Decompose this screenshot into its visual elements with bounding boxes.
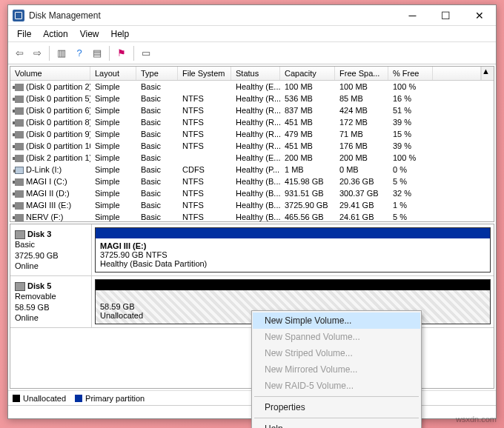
volume-icon: [15, 214, 24, 221]
table-row[interactable]: (Disk 0 partition 10)SimpleBasicNTFSHeal…: [10, 140, 494, 152]
table-row[interactable]: MAGI II (D:)SimpleBasicNTFSHealthy (B...…: [10, 187, 494, 199]
maximize-button[interactable]: ☐: [429, 5, 462, 26]
close-button[interactable]: ✕: [462, 5, 496, 26]
volume-icon: [15, 84, 24, 91]
menu-help[interactable]: Help: [105, 27, 136, 41]
volume-icon: [15, 190, 24, 198]
forward-button[interactable]: ⇨: [29, 45, 45, 61]
table-row[interactable]: (Disk 0 partition 5)SimpleBasicNTFSHealt…: [10, 93, 494, 104]
show-hide-tree-button[interactable]: ▥: [53, 45, 70, 61]
table-row[interactable]: NERV (F:)SimpleBasicNTFSHealthy (B...465…: [10, 211, 494, 221]
menu-view[interactable]: View: [74, 27, 105, 41]
ctx-new-mirrored-volume: New Mirrored Volume...: [253, 361, 420, 378]
ctx-new-simple-volume[interactable]: New Simple Volume...: [253, 312, 420, 329]
col-status[interactable]: Status: [231, 67, 280, 80]
minimize-button[interactable]: ─: [396, 5, 429, 26]
ctx-properties[interactable]: Properties: [253, 399, 420, 415]
column-headers: Volume Layout Type File System Status Ca…: [10, 67, 494, 81]
col-freespace[interactable]: Free Spa...: [335, 67, 388, 80]
col-volume[interactable]: Volume: [10, 67, 90, 80]
ctx-new-striped-volume: New Striped Volume...: [253, 345, 420, 361]
menu-action[interactable]: Action: [37, 27, 73, 41]
help-button[interactable]: ?: [71, 45, 87, 61]
watermark: wsxdn.com: [456, 415, 497, 424]
toolbar: ⇦ ⇨ ▥ ? ▤ ⚑ ▭: [8, 42, 496, 64]
ctx-new-raid5-volume: New RAID-5 Volume...: [253, 378, 420, 394]
col-layout[interactable]: Layout: [90, 67, 136, 80]
list-view-button[interactable]: ▭: [138, 45, 154, 61]
refresh-button[interactable]: ⚑: [113, 45, 130, 61]
volume-icon: [15, 119, 24, 127]
volume-rows[interactable]: (Disk 0 partition 2)SimpleBasicHealthy (…: [10, 81, 494, 221]
disk5-info[interactable]: Disk 5 Removable 58.59 GB Online: [10, 276, 92, 327]
primary-stripe: [96, 228, 490, 238]
legend-unalloc-swatch: [13, 395, 20, 402]
menu-file[interactable]: File: [11, 27, 37, 41]
volume-icon: [15, 96, 24, 103]
titlebar[interactable]: Disk Management ─ ☐ ✕: [8, 5, 496, 26]
unalloc-stripe: [96, 280, 490, 290]
col-pctfree[interactable]: % Free: [388, 67, 433, 80]
table-row[interactable]: (Disk 0 partition 6)SimpleBasicNTFSHealt…: [10, 104, 494, 116]
ctx-help[interactable]: Help: [253, 421, 420, 428]
table-row[interactable]: D-Link (I:)SimpleBasicCDFSHealthy (P...1…: [10, 164, 494, 175]
removable-icon: [15, 282, 25, 291]
volume-icon: [15, 131, 24, 138]
disk3-info[interactable]: Disk 3 Basic 3725.90 GB Online: [10, 224, 92, 275]
table-row[interactable]: MAGI I (C:)SimpleBasicNTFSHealthy (B...4…: [10, 175, 494, 187]
volume-icon: [15, 107, 24, 115]
table-row[interactable]: (Disk 0 partition 8)SimpleBasicNTFSHealt…: [10, 116, 494, 128]
volume-icon: [15, 202, 24, 210]
volume-icon: [15, 178, 24, 186]
menubar: File Action View Help: [8, 26, 496, 42]
volume-icon: [15, 167, 24, 174]
col-capacity[interactable]: Capacity: [280, 67, 335, 80]
table-row[interactable]: MAGI III (E:)SimpleBasicNTFSHealthy (B..…: [10, 199, 494, 211]
settings-button[interactable]: ▤: [89, 45, 105, 61]
disk-row-disk3: Disk 3 Basic 3725.90 GB Online MAGI III …: [10, 224, 494, 276]
volume-list: Volume Layout Type File System Status Ca…: [10, 66, 494, 222]
legend-primary-swatch: [75, 395, 82, 402]
col-type[interactable]: Type: [136, 67, 178, 80]
ctx-new-spanned-volume: New Spanned Volume...: [253, 329, 420, 345]
disk3-partition[interactable]: MAGI III (E:) 3725.90 GB NTFS Healthy (B…: [95, 227, 491, 272]
hdd-icon: [15, 230, 25, 239]
window-title: Disk Management: [29, 10, 396, 21]
app-icon: [13, 10, 24, 21]
volume-icon: [15, 155, 24, 162]
back-button[interactable]: ⇦: [11, 45, 27, 61]
volume-icon: [15, 143, 24, 150]
table-row[interactable]: (Disk 0 partition 2)SimpleBasicHealthy (…: [10, 81, 494, 93]
col-filesystem[interactable]: File System: [178, 67, 231, 80]
context-menu: New Simple Volume... New Spanned Volume.…: [251, 310, 422, 428]
table-row[interactable]: (Disk 2 partition 1)SimpleBasicHealthy (…: [10, 152, 494, 164]
table-row[interactable]: (Disk 0 partition 9)SimpleBasicNTFSHealt…: [10, 128, 494, 140]
